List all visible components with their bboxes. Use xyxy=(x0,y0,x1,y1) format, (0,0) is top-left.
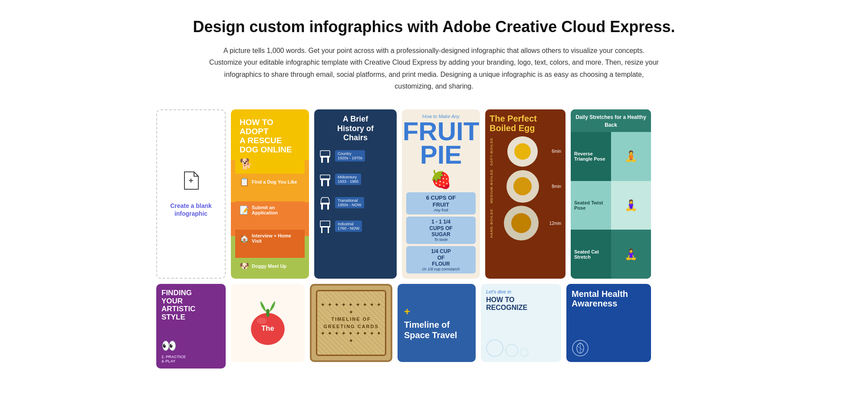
brain-icon xyxy=(572,339,589,357)
chair-label-country: Country1920s - 1970s xyxy=(335,150,365,161)
strawberry-icon: 🍓 xyxy=(430,169,452,190)
chair-era-country: Country1920s - 1970s xyxy=(319,147,392,165)
mental-card-icon-area xyxy=(572,339,646,357)
greeting-timeline-card[interactable]: ✦ ✦ ✦ ✦ ✦ ✦ ✦ ✦ ✦ ✦TIMELINE OFGREETING C… xyxy=(310,284,392,362)
mental-card-title: Mental Health Awareness xyxy=(572,289,646,336)
chair-era-transitional: Transitional1950s - NOW xyxy=(319,194,392,211)
svg-rect-3 xyxy=(320,156,330,158)
pie-ingredient-1: 6 CUPS OFFRUIT Any fruit xyxy=(406,192,476,214)
greeting-timeline-text: ✦ ✦ ✦ ✦ ✦ ✦ ✦ ✦ ✦ ✦TIMELINE OFGREETING C… xyxy=(321,301,381,344)
stretch-seated-cat: Seated Cat Stretch 🧘‍♀️ xyxy=(571,230,651,279)
recognize-title: HOW TO RECOGNIZE xyxy=(486,296,556,312)
blank-card-label: Create a blank infographic xyxy=(157,202,225,217)
dog-step1: Find a Dog You Like xyxy=(252,179,297,184)
svg-rect-11 xyxy=(320,221,330,227)
svg-rect-2 xyxy=(327,157,329,163)
svg-rect-7 xyxy=(320,178,330,180)
svg-rect-17 xyxy=(266,309,269,317)
egg-medium-boiled: MEDIUM-BOILED 8min xyxy=(490,169,561,203)
dog-step3: Interview + Home Visit xyxy=(252,233,300,244)
stretch-cat-label: Seated Cat Stretch xyxy=(571,230,611,279)
create-blank-card[interactable]: Create a blank infographic xyxy=(156,109,226,279)
egg-card-title: The PerfectBoiled Egg xyxy=(490,114,561,133)
mental-health-card[interactable]: Mental Health Awareness xyxy=(566,284,651,362)
svg-rect-9 xyxy=(327,204,329,210)
svg-point-16 xyxy=(257,318,266,324)
space-plus-icon: + xyxy=(404,306,469,318)
style-step: 2. PRACTICE& PLAY xyxy=(161,355,220,363)
chairs-title: A BriefHistory ofChairs xyxy=(319,115,392,143)
stretches-header-text: Daily Stretches for a Healthy Back xyxy=(575,114,646,128)
page-title: Design custom infographics with Adobe Cr… xyxy=(156,17,712,36)
chair-era-midcentury: Midcentury1933 - 1965 xyxy=(319,171,392,188)
svg-rect-8 xyxy=(321,204,323,210)
recognize-intro: Let's dive in xyxy=(486,289,556,294)
eyes-icon: 👀 xyxy=(161,339,220,353)
svg-rect-13 xyxy=(328,227,329,233)
svg-rect-5 xyxy=(321,179,323,186)
pie-infographic-card[interactable]: How to Make Any FRUITPIE 🍓 6 CUPS OFFRUI… xyxy=(402,109,480,279)
svg-text:The: The xyxy=(261,324,274,332)
dog-infographic-card[interactable]: HOW TO ADOPTA RESCUEDOG ONLINE 🐕 📋 Find … xyxy=(231,109,309,279)
pie-main-title: FRUITPIE xyxy=(403,120,480,167)
space-card-title: Timeline of Space Travel xyxy=(404,319,469,340)
new-file-icon xyxy=(182,170,200,195)
stretches-header: Daily Stretches for a Healthy Back xyxy=(571,109,651,132)
dog-step2: Submit an Application xyxy=(252,205,300,215)
svg-rect-6 xyxy=(327,179,329,186)
space-travel-card[interactable]: + Timeline of Space Travel xyxy=(398,284,476,362)
svg-rect-1 xyxy=(321,157,323,163)
chairs-infographic-card[interactable]: A BriefHistory ofChairs Country1920s - 1… xyxy=(314,109,397,279)
stretches-infographic-card[interactable]: Daily Stretches for a Healthy Back Rever… xyxy=(571,109,651,279)
egg-infographic-card[interactable]: The PerfectBoiled Egg SOFT-BOILED 6min M… xyxy=(485,109,566,279)
chair-label-industrial: Industrial1760 - NOW xyxy=(335,221,362,232)
egg-hard-boiled: HARD-BOILED 12min xyxy=(490,206,561,240)
gallery-row-1: Create a blank infographic HOW TO ADOPTA… xyxy=(156,109,712,279)
stretch-reverse-label: Reverse Triangle Pose xyxy=(571,132,611,181)
stretch-seated-twist: Seated Twist Pose 🧘‍♀️ xyxy=(571,181,651,230)
svg-rect-12 xyxy=(321,227,322,233)
svg-rect-10 xyxy=(320,203,330,204)
stretch-reverse-triangle: Reverse Triangle Pose 🧘 xyxy=(571,132,651,181)
style-title: FINDINGYOURARTISTICSTYLE xyxy=(161,289,220,322)
hero-description: A picture tells 1,000 words. Get your po… xyxy=(206,45,662,92)
egg-soft-boiled: SOFT-BOILED 6min xyxy=(490,136,561,167)
recognize-card[interactable]: Let's dive in HOW TO RECOGNIZE xyxy=(481,284,561,362)
gallery-row-2: FINDINGYOURARTISTICSTYLE 👀 2. PRACTICE& … xyxy=(156,284,712,369)
tomato-infographic-card[interactable]: The xyxy=(231,284,305,362)
pie-ingredient-3: 1/4 CUPOFFLOUR Or 1/8 cup cornstarch xyxy=(406,246,476,273)
dog-step4: Doggy Meet Up xyxy=(252,263,286,269)
gallery-section: Create a blank infographic HOW TO ADOPTA… xyxy=(156,109,712,369)
stretch-twist-label: Seated Twist Pose xyxy=(571,181,611,230)
hero-section: Design custom infographics with Adobe Cr… xyxy=(156,17,712,92)
chair-era-industrial: Industrial1760 - NOW xyxy=(319,217,392,235)
svg-rect-14 xyxy=(320,226,330,227)
dog-card-title: HOW TO ADOPTA RESCUEDOG ONLINE xyxy=(240,118,300,155)
pie-ingredient-2: 1 - 1 1/4CUPS OFSUGAR To taste xyxy=(406,217,476,244)
chair-label-midcentury: Midcentury1933 - 1965 xyxy=(335,174,361,185)
chair-label-transitional: Transitional1950s - NOW xyxy=(335,197,364,208)
svg-rect-0 xyxy=(320,151,330,157)
style-infographic-card[interactable]: FINDINGYOURARTISTICSTYLE 👀 2. PRACTICE& … xyxy=(156,284,226,369)
